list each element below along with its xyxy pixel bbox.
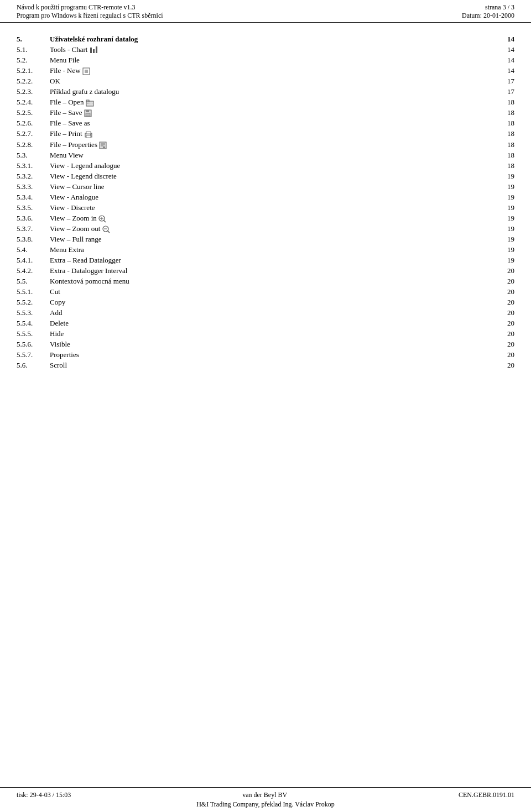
svg-rect-8 (86, 100, 89, 102)
header-subtitle: Program pro Windows k řízení regulaci s … (17, 12, 163, 20)
toc-row: 5.5.3.Add20 (17, 308, 514, 318)
toc-page: 18 (481, 108, 514, 118)
toc-page: 19 (481, 255, 514, 266)
toc-title: Properties (50, 350, 481, 360)
new-icon (82, 67, 90, 74)
toc-row: 5.4.2.Extra - Datalogger Interval20 (17, 266, 514, 276)
toc-page: 18 (481, 97, 514, 108)
toc-num: 5.2.3. (17, 87, 50, 97)
toc-page: 14 (481, 34, 514, 44)
toc-page: 20 (481, 287, 514, 297)
toc-title: File – Save as (50, 118, 481, 129)
toc-num: 5.5.7. (17, 350, 50, 360)
toc-page: 19 (481, 181, 514, 192)
toc-title: Extra - Datalogger Interval (50, 266, 481, 276)
toc-title: Uživatelské rozhraní datalog (50, 34, 481, 44)
toc-title: Menu Extra (50, 245, 481, 255)
toc-num: 5.3.2. (17, 171, 50, 181)
toc-table: 5.Uživatelské rozhraní datalog145.1.Tool… (17, 34, 514, 371)
zoomout-icon (102, 226, 110, 232)
save-icon (84, 109, 92, 116)
toc-row: 5.2.5.File – Save 18 (17, 108, 514, 118)
toc-title: File – Print (50, 129, 481, 139)
toc-page: 18 (481, 139, 514, 150)
toc-num: 5.3.3. (17, 181, 50, 192)
toc-page: 19 (481, 224, 514, 234)
footer-left: tisk: 29-4-03 / 15:03 (17, 791, 71, 799)
toc-page: 20 (481, 329, 514, 339)
toc-row: 5.4.1.Extra – Read Datalogger19 (17, 255, 514, 266)
toc-row: 5.3.2.View - Legend discrete19 (17, 171, 514, 181)
toc-page: 20 (481, 308, 514, 318)
toc-page: 14 (481, 55, 514, 65)
toc-row: 5.5.4.Delete20 (17, 318, 514, 329)
toc-num: 5.4.1. (17, 255, 50, 266)
open-icon (86, 99, 95, 106)
toc-title: View - Discrete (50, 202, 481, 213)
toc-row: 5.3.4.View - Analogue19 (17, 192, 514, 202)
svg-rect-14 (86, 132, 91, 134)
toc-row: 5.3.Menu View18 (17, 150, 514, 160)
toc-row: 5.4.Menu Extra19 (17, 245, 514, 255)
header-title: Návod k použití programu CTR-remote v1.3 (17, 3, 163, 12)
page-header: Návod k použití programu CTR-remote v1.3… (0, 0, 531, 23)
toc-page: 19 (481, 192, 514, 202)
toc-num: 5.3.1. (17, 160, 50, 171)
toc-num: 5.3. (17, 150, 50, 160)
toc-row: 5.3.1.View - Legend analogue18 (17, 160, 514, 171)
toc-page: 18 (481, 160, 514, 171)
toc-num: 5.2.5. (17, 108, 50, 118)
toc-title: Delete (50, 318, 481, 329)
toc-num: 5.3.5. (17, 202, 50, 213)
toc-num: 5.5.2. (17, 297, 50, 308)
toc-row: 5.Uživatelské rozhraní datalog14 (17, 34, 514, 44)
toc-num: 5.2. (17, 55, 50, 65)
toc-page: 19 (481, 245, 514, 255)
toc-title: Příklad grafu z datalogu (50, 87, 481, 97)
toc-row: 5.5.Kontextová pomocná menu20 (17, 276, 514, 287)
toc-title: File – Save (50, 108, 481, 118)
toc-page: 20 (481, 266, 514, 276)
toc-page: 19 (481, 213, 514, 223)
toc-num: 5.3.7. (17, 224, 50, 234)
header-left: Návod k použití programu CTR-remote v1.3… (17, 3, 163, 20)
header-page: strana 3 / 3 (485, 3, 514, 12)
toc-row: 5.2.7.File – Print 18 (17, 129, 514, 139)
toc-row: 5.2.8.File – Properties 18 (17, 139, 514, 150)
toc-title: View – Full range (50, 234, 481, 245)
toc-title: Scroll (50, 360, 481, 371)
toc-page: 14 (481, 65, 514, 76)
toc-num: 5.6. (17, 360, 50, 371)
toc-row: 5.5.5.Hide20 (17, 329, 514, 339)
toc-num: 5.5.1. (17, 287, 50, 297)
toc-num: 5.4. (17, 245, 50, 255)
toc-num: 5.2.7. (17, 129, 50, 139)
svg-line-23 (104, 221, 106, 223)
toc-num: 5.5. (17, 276, 50, 287)
toc-page: 20 (481, 276, 514, 287)
toc-title: Kontextová pomocná menu (50, 276, 481, 287)
svg-rect-0 (90, 48, 92, 53)
toc-page: 18 (481, 150, 514, 160)
toc-num: 5.4.2. (17, 266, 50, 276)
toc-row: 5.2.Menu File14 (17, 55, 514, 65)
toc-title: Hide (50, 329, 481, 339)
toc-row: 5.1.Tools - Chart 14 (17, 44, 514, 55)
toc-num: 5.3.6. (17, 213, 50, 223)
toc-num: 5.5.4. (17, 318, 50, 329)
toc-num: 5.5.3. (17, 308, 50, 318)
toc-row: 5.3.7.View – Zoom out 19 (17, 224, 514, 234)
toc-page: 20 (481, 297, 514, 308)
toc-title: View - Analogue (50, 192, 481, 202)
toc-page: 20 (481, 360, 514, 371)
footer-top: tisk: 29-4-03 / 15:03 van der Beyl BV CE… (17, 791, 514, 799)
toc-row: 5.3.5.View - Discrete19 (17, 202, 514, 213)
toc-row: 5.2.3.Příklad grafu z datalogu17 (17, 87, 514, 97)
props-icon (99, 141, 107, 148)
toc-page: 17 (481, 87, 514, 97)
main-content: 5.Uživatelské rozhraní datalog145.1.Tool… (0, 23, 531, 787)
toc-num: 5.2.2. (17, 76, 50, 87)
toc-title: Tools - Chart (50, 44, 481, 55)
toc-title: File – Properties (50, 139, 481, 150)
page-wrapper: Návod k použití programu CTR-remote v1.3… (0, 0, 531, 812)
